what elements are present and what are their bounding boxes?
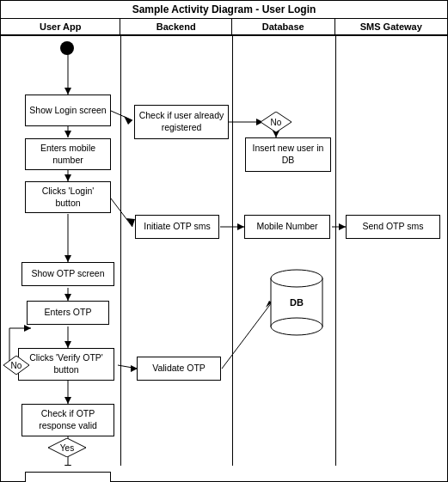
check-registered-box: Check if user already registered: [134, 105, 229, 139]
svg-marker-28: [24, 325, 31, 332]
svg-marker-23: [64, 341, 71, 348]
col-divider-3: [335, 36, 336, 466]
svg-marker-1: [64, 88, 71, 95]
col-header-backend: Backend: [120, 19, 232, 34]
col-header-sms-gateway: SMS Gateway: [335, 19, 448, 34]
enters-otp-box: Enters OTP: [27, 301, 109, 325]
diagram-title: Sample Activity Diagram - User Login: [1, 1, 447, 19]
diamond-no2: No: [3, 356, 29, 375]
svg-point-46: [60, 41, 74, 55]
svg-marker-3: [64, 131, 71, 137]
svg-line-6: [111, 111, 132, 120]
diamond-yes: Yes: [48, 438, 86, 457]
svg-marker-15: [237, 223, 244, 230]
db-cylinder: DB: [269, 268, 324, 337]
col-divider-2: [232, 36, 233, 466]
check-otp-valid-box: Check if OTP response valid: [21, 404, 114, 436]
columns-header: User App Backend Database SMS Gateway: [1, 19, 447, 36]
svg-text:No: No: [11, 361, 22, 370]
svg-marker-5: [64, 174, 71, 181]
svg-text:Yes: Yes: [60, 443, 74, 453]
initiate-otp-box: Initiate OTP sms: [135, 215, 219, 239]
mobile-number-box: Mobile Number: [244, 215, 330, 239]
svg-text:No: No: [271, 118, 282, 127]
diagram-container: Sample Activity Diagram - User Login Use…: [0, 0, 448, 482]
show-home-box: Show Home screen: [25, 472, 111, 482]
enters-mobile-box: Enters mobile number: [25, 138, 111, 170]
svg-marker-33: [64, 465, 71, 466]
svg-text:DB: DB: [290, 297, 304, 308]
col-header-database: Database: [232, 19, 335, 34]
svg-marker-19: [64, 255, 71, 262]
send-otp-box: Send OTP sms: [346, 215, 440, 239]
svg-marker-7: [124, 116, 132, 125]
insert-new-user-box: Insert new user in DB: [245, 137, 331, 172]
validate-otp-box: Validate OTP: [137, 357, 221, 381]
svg-marker-21: [64, 294, 71, 301]
diamond-no1: No: [261, 112, 292, 132]
show-otp-box: Show OTP screen: [21, 262, 114, 286]
show-login-box: Show Login screen: [25, 95, 111, 126]
clicks-login-box: Clicks 'Login' button: [25, 181, 111, 213]
svg-line-24: [118, 365, 138, 369]
svg-line-12: [111, 198, 132, 227]
svg-marker-30: [64, 397, 71, 404]
svg-marker-13: [126, 218, 135, 227]
col-header-user-app: User App: [1, 19, 120, 34]
diagram-body: Show Login screen Enters mobile number C…: [1, 36, 448, 466]
col-divider-1: [120, 36, 121, 466]
start-circle: [59, 40, 75, 56]
svg-point-44: [271, 318, 322, 335]
svg-marker-17: [339, 223, 346, 230]
clicks-verify-box: Clicks 'Verify OTP' button: [18, 348, 114, 381]
svg-line-34: [222, 302, 272, 369]
svg-point-43: [271, 270, 322, 287]
